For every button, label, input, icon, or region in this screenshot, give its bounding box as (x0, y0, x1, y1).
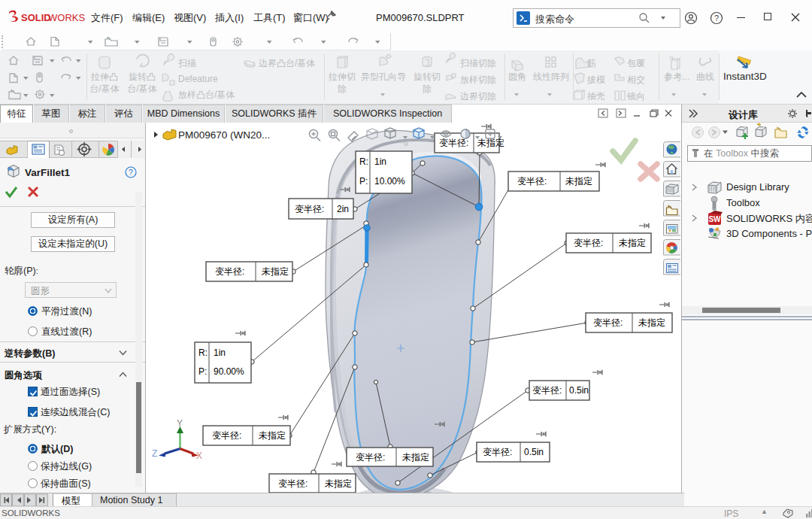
svg-text:变半径:: 变半径: (356, 452, 385, 463)
svg-text:Z: Z (152, 448, 157, 459)
svg-text:未指定: 未指定 (402, 452, 429, 463)
svg-text:1in: 1in (214, 348, 226, 358)
svg-text:未指定: 未指定 (477, 138, 504, 148)
svg-text:变半径:: 变半径: (593, 317, 623, 328)
svg-text:WORKS: WORKS (48, 12, 85, 23)
svg-text:未指定: 未指定 (325, 478, 352, 489)
svg-text:0.5in: 0.5in (569, 385, 589, 396)
svg-text:变半径:: 变半径: (295, 204, 324, 214)
svg-text:0.5in: 0.5in (524, 447, 544, 457)
svg-text:2in: 2in (337, 204, 349, 214)
svg-text:变半径:: 变半径: (532, 385, 562, 396)
svg-text:变半径:: 变半径: (278, 478, 308, 489)
svg-text:?: ? (129, 168, 133, 177)
svg-text:变半径:: 变半径: (212, 430, 241, 441)
svg-text:变半径:: 变半径: (215, 266, 244, 277)
svg-text:SW: SW (708, 215, 721, 223)
svg-text:变半径:: 变半径: (574, 238, 603, 248)
svg-text:R:: R: (359, 156, 368, 167)
svg-text:未指定: 未指定 (565, 176, 592, 187)
svg-text:90.00%: 90.00% (214, 366, 244, 377)
svg-text:10.00%: 10.00% (374, 176, 405, 187)
svg-text:R:: R: (198, 348, 208, 358)
svg-text:Y: Y (177, 418, 183, 429)
svg-text:变半径:: 变半径: (483, 447, 512, 457)
svg-text:变半径:: 变半径: (517, 176, 547, 187)
svg-text:SOLID: SOLID (21, 12, 51, 23)
svg-text:未指定: 未指定 (259, 430, 286, 441)
svg-text:P:: P: (198, 366, 207, 377)
svg-text:PM009670 (WN20...: PM009670 (WN20... (178, 129, 270, 141)
svg-text:未指定: 未指定 (619, 238, 646, 248)
svg-text:未指定: 未指定 (638, 317, 665, 328)
svg-text:1in: 1in (374, 156, 386, 167)
svg-text:未指定: 未指定 (262, 266, 289, 277)
svg-text:X: X (196, 451, 202, 461)
svg-text:P:: P: (359, 176, 368, 187)
svg-text:变半径:: 变半径: (439, 138, 468, 148)
svg-text:?: ? (714, 14, 719, 23)
